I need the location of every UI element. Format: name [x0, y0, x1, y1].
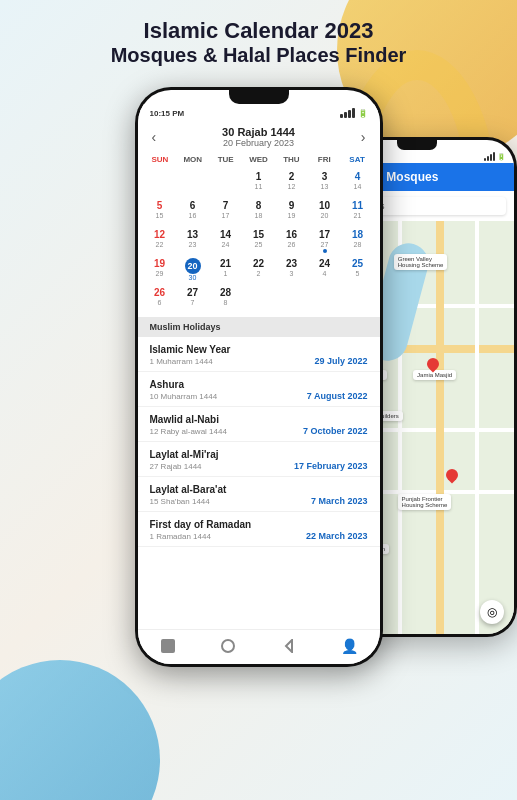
holiday-date-2: 7 August 2022: [307, 391, 368, 401]
app-header: Islamic Calendar 2023 Mosques & Halal Pl…: [0, 0, 517, 77]
cal-day-22[interactable]: 222: [243, 256, 275, 284]
holiday-hijri-1: 1 Muharram 1444: [150, 357, 213, 366]
cal-day-empty5: [342, 285, 374, 313]
cal-day-11[interactable]: 1121: [342, 198, 374, 226]
cal-day-empty2: [243, 285, 275, 313]
hijri-date: 30 Rajab 1444: [222, 126, 295, 138]
cal-day-2[interactable]: 212: [276, 169, 308, 197]
cal-day-15[interactable]: 1525: [243, 227, 275, 255]
cal-day-6[interactable]: 616: [177, 198, 209, 226]
map-label-1: Green ValleyHousing Scheme: [394, 254, 448, 270]
status-bar: 10:15 PM 🔋: [138, 104, 380, 120]
cal-day-19[interactable]: 1929: [144, 256, 176, 284]
map-pin-3[interactable]: [444, 467, 461, 484]
cal-day-empty: [144, 169, 176, 197]
holiday-detail-1: 1 Muharram 1444 29 July 2022: [150, 356, 368, 366]
cal-day-5[interactable]: 515: [144, 198, 176, 226]
calendar-header: ‹ 30 Rajab 1444 20 February 2023 ›: [138, 120, 380, 150]
cal-day-27[interactable]: 277: [177, 285, 209, 313]
calendar-grid: 111 212 313 414 515 616 717 818 919 1020…: [138, 169, 380, 317]
bottom-nav: 👤: [138, 629, 380, 664]
holidays-section-header: Muslim Holidays: [138, 317, 380, 337]
cal-day-empty: [177, 169, 209, 197]
cal-day-21[interactable]: 211: [210, 256, 242, 284]
app-subtitle: Mosques & Halal Places Finder: [20, 44, 497, 67]
cal-day-23[interactable]: 233: [276, 256, 308, 284]
cal-day-12[interactable]: 1222: [144, 227, 176, 255]
phone-calendar: 10:15 PM 🔋 ‹ 30 Rajab 1444 20 February: [135, 87, 383, 667]
holidays-list: Islamic New Year 1 Muharram 1444 29 July…: [138, 337, 380, 629]
cal-day-28[interactable]: 288: [210, 285, 242, 313]
status-icons: 🔋: [340, 108, 368, 118]
cal-day-14[interactable]: 1424: [210, 227, 242, 255]
prev-month-button[interactable]: ‹: [152, 129, 157, 145]
holiday-detail-2: 10 Muharram 1444 7 August 2022: [150, 391, 368, 401]
holiday-hijri-4: 27 Rajab 1444: [150, 462, 202, 471]
cal-day-3[interactable]: 313: [309, 169, 341, 197]
nav-home-button[interactable]: [158, 636, 178, 656]
search-icon: [221, 639, 235, 653]
holiday-item-1[interactable]: Islamic New Year 1 Muharram 1444 29 July…: [138, 337, 380, 372]
phone2-notch: [397, 140, 437, 150]
holiday-detail-4: 27 Rajab 1444 17 February 2023: [150, 461, 368, 471]
cal-day-1[interactable]: 111: [243, 169, 275, 197]
map-label-3: Jamia Masjid: [413, 370, 456, 380]
day-header-thu: THU: [275, 153, 308, 166]
day-header-fri: FRI: [308, 153, 341, 166]
cal-day-13[interactable]: 1323: [177, 227, 209, 255]
holiday-name-6: First day of Ramadan: [150, 519, 368, 530]
holiday-item-2[interactable]: Ashura 10 Muharram 1444 7 August 2022: [138, 372, 380, 407]
cal-day-26[interactable]: 266: [144, 285, 176, 313]
phone-notch: [229, 90, 289, 104]
map-label-6: Punjab FrontierHousing Scheme: [398, 494, 452, 510]
holiday-hijri-6: 1 Ramadan 1444: [150, 532, 211, 541]
cal-day-8[interactable]: 818: [243, 198, 275, 226]
holiday-hijri-2: 10 Muharram 1444: [150, 392, 218, 401]
cal-day-7[interactable]: 717: [210, 198, 242, 226]
holiday-item-5[interactable]: Laylat al-Bara'at 15 Sha'ban 1444 7 Marc…: [138, 477, 380, 512]
holiday-name-3: Mawlid al-Nabi: [150, 414, 368, 425]
holiday-item-6[interactable]: First day of Ramadan 1 Ramadan 1444 22 M…: [138, 512, 380, 547]
nav-back-button[interactable]: [279, 636, 299, 656]
next-month-button[interactable]: ›: [361, 129, 366, 145]
holiday-name-5: Laylat al-Bara'at: [150, 484, 368, 495]
holiday-date-5: 7 March 2023: [311, 496, 368, 506]
cal-day-18[interactable]: 1828: [342, 227, 374, 255]
cal-day-16[interactable]: 1626: [276, 227, 308, 255]
phones-container: 10:15 PM 🔋 ‹ 30 Rajab 1444 20 February: [0, 77, 517, 667]
person-icon: 👤: [341, 638, 358, 654]
day-header-sun: SUN: [144, 153, 177, 166]
cal-day-4[interactable]: 414: [342, 169, 374, 197]
cal-day-20-today[interactable]: 20 30: [177, 256, 209, 284]
location-icon: ◎: [487, 605, 497, 619]
nav-search-button[interactable]: [218, 636, 238, 656]
holiday-detail-5: 15 Sha'ban 1444 7 March 2023: [150, 496, 368, 506]
cal-day-25[interactable]: 255: [342, 256, 374, 284]
day-header-tue: TUE: [209, 153, 242, 166]
holiday-date-3: 7 October 2022: [303, 426, 368, 436]
road-v3: [475, 221, 479, 634]
holiday-item-4[interactable]: Laylat al-Mi'raj 27 Rajab 1444 17 Februa…: [138, 442, 380, 477]
month-title: 30 Rajab 1444 20 February 2023: [222, 126, 295, 148]
nav-profile-button[interactable]: 👤: [339, 636, 359, 656]
holiday-date-4: 17 February 2023: [294, 461, 368, 471]
holiday-detail-6: 1 Ramadan 1444 22 March 2023: [150, 531, 368, 541]
main-road-v1: [436, 221, 444, 634]
gregorian-date: 20 February 2023: [222, 138, 295, 148]
holiday-hijri-5: 15 Sha'ban 1444: [150, 497, 210, 506]
cal-day-9[interactable]: 919: [276, 198, 308, 226]
map-location-button[interactable]: ◎: [480, 600, 504, 624]
day-header-sat: SAT: [341, 153, 374, 166]
bg-decoration-bottom: [0, 660, 160, 800]
holiday-item-3[interactable]: Mawlid al-Nabi 12 Raby al-awal 1444 7 Oc…: [138, 407, 380, 442]
holiday-name-1: Islamic New Year: [150, 344, 368, 355]
cal-day-10[interactable]: 1020: [309, 198, 341, 226]
home-icon: [161, 639, 175, 653]
cal-day-17[interactable]: 1727: [309, 227, 341, 255]
app-title: Islamic Calendar 2023: [20, 18, 497, 44]
day-header-mon: MON: [176, 153, 209, 166]
phone2-status-icons: 🔋: [484, 152, 506, 161]
cal-day-empty3: [276, 285, 308, 313]
cal-day-24[interactable]: 244: [309, 256, 341, 284]
cal-day-empty4: [309, 285, 341, 313]
